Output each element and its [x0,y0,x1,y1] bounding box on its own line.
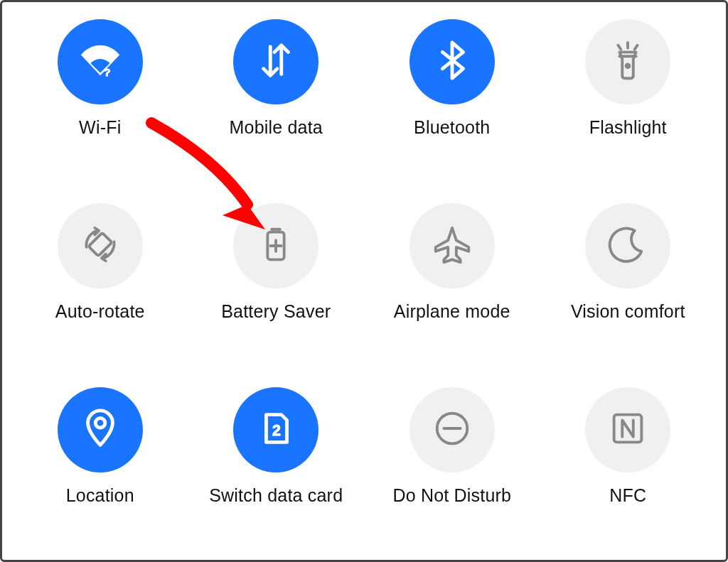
tile-vision-comfort: Vision comfort [540,196,717,322]
airplane-mode-icon [430,222,474,269]
mobile-data-icon [254,38,298,85]
tile-nfc: NFC [540,380,717,506]
battery-saver-icon [254,222,298,269]
auto-rotate-icon [78,222,122,269]
tile-wifi: ? Wi-Fi [12,12,188,138]
tile-mobile-data: Mobile data [188,12,365,138]
tile-flashlight: Flashlight [540,12,717,138]
bluetooth-label: Bluetooth [414,117,490,138]
nfc-icon [606,406,650,453]
tile-auto-rotate: Auto-rotate [12,196,188,322]
vision-comfort-label: Vision comfort [571,301,685,322]
tile-airplane-mode: Airplane mode [364,196,540,322]
svg-text:?: ? [104,66,110,78]
switch-data-card-toggle[interactable]: 2 [233,387,318,472]
svg-line-7 [635,45,638,50]
auto-rotate-toggle[interactable] [58,203,143,288]
battery-saver-label: Battery Saver [221,301,331,322]
switch-data-card-icon: 2 [254,406,298,453]
auto-rotate-label: Auto-rotate [55,301,145,322]
svg-rect-8 [88,233,112,256]
flashlight-icon [606,38,650,85]
location-toggle[interactable] [58,387,143,472]
mobile-data-label: Mobile data [230,117,323,138]
bluetooth-toggle[interactable] [410,19,495,104]
wifi-toggle[interactable]: ? [58,19,143,104]
svg-point-4 [626,64,630,67]
nfc-label: NFC [609,485,646,506]
battery-saver-toggle[interactable] [233,203,318,288]
quick-settings-grid: ? Wi-Fi [12,12,716,550]
svg-line-6 [619,45,621,50]
wifi-label: Wi-Fi [79,117,121,138]
switch-data-card-label: Switch data card [209,485,343,506]
do-not-disturb-icon [430,406,474,453]
wifi-icon: ? [78,38,122,85]
airplane-mode-label: Airplane mode [394,301,510,322]
tile-location: Location [12,380,188,506]
sim-badge-text: 2 [272,422,281,439]
tile-do-not-disturb: Do Not Disturb [364,380,540,506]
bluetooth-icon [430,38,474,85]
mobile-data-toggle[interactable] [233,19,318,104]
tile-bluetooth: Bluetooth [364,12,540,138]
flashlight-label: Flashlight [589,117,667,138]
nfc-toggle[interactable] [585,387,670,472]
location-icon [78,406,122,453]
tile-switch-data-card: 2 Switch data card [188,380,365,506]
do-not-disturb-label: Do Not Disturb [392,485,511,506]
device-frame: ? Wi-Fi [0,0,728,562]
tile-battery-saver: Battery Saver [188,196,365,322]
do-not-disturb-toggle[interactable] [410,387,495,472]
svg-point-13 [95,418,105,428]
flashlight-toggle[interactable] [585,19,670,104]
vision-comfort-toggle[interactable] [585,203,670,288]
airplane-mode-toggle[interactable] [410,203,495,288]
vision-comfort-icon [606,222,650,269]
location-label: Location [66,485,134,506]
